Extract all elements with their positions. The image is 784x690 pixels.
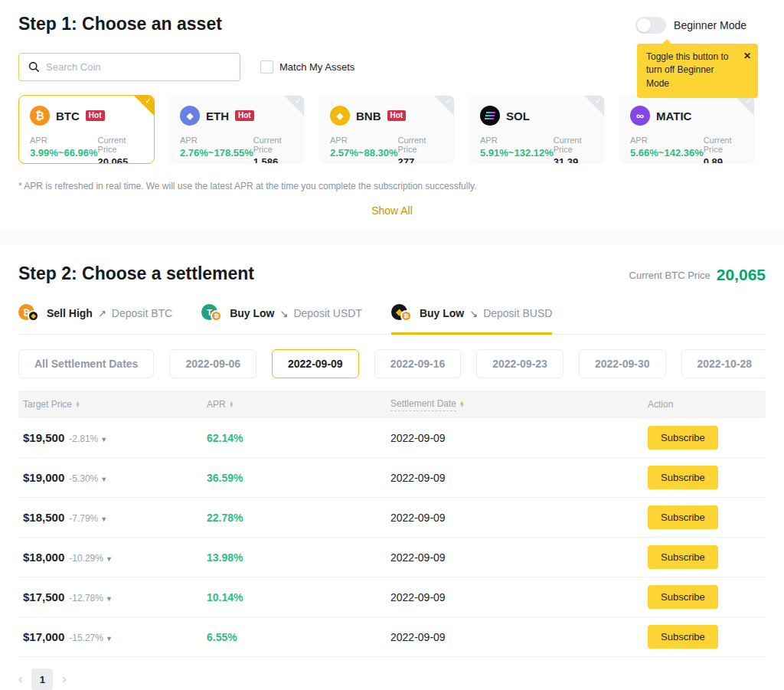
current-btc-price-value: 20,065 bbox=[717, 266, 766, 284]
target-price-cell[interactable]: $17,000-15.27%▼ bbox=[18, 630, 202, 643]
sol-icon bbox=[480, 106, 500, 126]
apr-footnote: * APR is refreshed in real time. We will… bbox=[18, 181, 766, 191]
table-row: $17,000-15.27%▼ 6.55% 2022-09-09 Subscri… bbox=[18, 617, 766, 657]
step1-section: Step 1: Choose an asset Beginner Mode To… bbox=[0, 0, 784, 217]
price-label: Current Price bbox=[98, 136, 143, 154]
sort-icon[interactable]: ▲▼ bbox=[229, 401, 234, 407]
target-price-cell[interactable]: $19,500-2.81%▼ bbox=[18, 431, 202, 444]
match-my-assets-checkbox[interactable] bbox=[260, 60, 273, 74]
tab-buy-low-deposit-busd[interactable]: ◆ ₿ Buy Low ↘ Deposit BUSD bbox=[391, 304, 553, 334]
tab-action-label: Buy Low bbox=[420, 307, 464, 319]
page-1-button[interactable]: 1 bbox=[31, 669, 53, 690]
header-action: Action bbox=[643, 399, 766, 410]
asset-card-matic[interactable]: ✓ ∞ MATIC APR5.66%~142.36% Current Price… bbox=[619, 95, 755, 164]
target-price-cell[interactable]: $18,000-10.29%▼ bbox=[18, 551, 202, 564]
check-icon: ✓ bbox=[145, 96, 152, 105]
caret-down-icon[interactable]: ▼ bbox=[100, 515, 107, 523]
apr-value: 2.57%~88.30% bbox=[330, 147, 398, 159]
settlement-date-cell: 2022-09-09 bbox=[386, 551, 643, 564]
apr-label: APR bbox=[480, 136, 554, 145]
pagination: ‹ 1 › bbox=[18, 669, 766, 690]
tooltip-text: Toggle this button to turn off Beginner … bbox=[646, 51, 750, 90]
date-filter[interactable]: 2022-09-06 bbox=[169, 349, 256, 378]
apr-cell: 13.98% bbox=[202, 551, 386, 564]
hot-badge: Hot bbox=[235, 110, 254, 121]
caret-down-icon[interactable]: ▼ bbox=[106, 635, 113, 643]
step1-title: Step 1: Choose an asset bbox=[18, 14, 222, 34]
beginner-mode-toggle[interactable] bbox=[635, 17, 666, 34]
price-label: Current Price bbox=[554, 136, 593, 154]
tab-action-label: Sell High bbox=[47, 307, 93, 319]
apr-label: APR bbox=[630, 136, 704, 145]
subscribe-button[interactable]: Subscribe bbox=[648, 466, 718, 489]
caret-down-icon[interactable]: ▼ bbox=[106, 595, 113, 603]
asset-cards: ✓ ₿ BTC Hot APR3.99%~66.96% Current Pric… bbox=[18, 95, 766, 164]
match-my-assets-label: Match My Assets bbox=[279, 61, 354, 73]
subscribe-button[interactable]: Subscribe bbox=[648, 625, 718, 649]
subscribe-button[interactable]: Subscribe bbox=[648, 545, 718, 569]
toggle-knob bbox=[637, 18, 651, 32]
sort-icon-active-asc[interactable]: ▲▼ bbox=[459, 401, 465, 407]
apr-cell: 22.78% bbox=[202, 512, 386, 524]
price-value: 1,586 bbox=[253, 156, 293, 164]
date-filter[interactable]: 2022-09-30 bbox=[579, 349, 666, 378]
apr-cell: 62.14% bbox=[202, 432, 386, 444]
header-target-price[interactable]: Target Price ▲▼ bbox=[18, 399, 202, 410]
tooltip-arrow bbox=[662, 39, 672, 44]
prev-page-icon[interactable]: ‹ bbox=[18, 672, 22, 686]
caret-down-icon[interactable]: ▼ bbox=[100, 476, 107, 483]
hot-badge: Hot bbox=[86, 110, 105, 121]
caret-down-icon[interactable]: ▼ bbox=[100, 436, 107, 443]
search-icon bbox=[28, 61, 40, 73]
close-icon[interactable]: ✕ bbox=[743, 50, 751, 63]
header-settlement-date[interactable]: Settlement Date ▲▼ bbox=[386, 398, 643, 411]
date-filter-all[interactable]: All Settlement Dates bbox=[18, 349, 154, 378]
date-filter[interactable]: 2022-10-28 bbox=[681, 349, 766, 378]
settlement-date-cell: 2022-09-09 bbox=[386, 591, 643, 603]
tab-sell-high-deposit-btc[interactable]: ₿ ◆ Sell High ↗ Deposit BTC bbox=[18, 304, 172, 334]
asset-card-sol[interactable]: ✓ SOL APR5.91%~132.12% Current Price31.3… bbox=[469, 95, 605, 164]
hot-badge: Hot bbox=[387, 110, 407, 121]
table-row: $18,500-7.79%▼ 22.78% 2022-09-09 Subscri… bbox=[18, 498, 766, 538]
next-page-icon[interactable]: › bbox=[62, 672, 66, 686]
table-row: $18,000-10.29%▼ 13.98% 2022-09-09 Subscr… bbox=[18, 538, 766, 577]
target-price-cell[interactable]: $18,500-7.79%▼ bbox=[18, 511, 202, 524]
header-apr[interactable]: APR ▲▼ bbox=[202, 399, 386, 410]
search-input[interactable] bbox=[46, 61, 230, 73]
target-price-cell[interactable]: $19,000-5.30%▼ bbox=[18, 471, 202, 484]
asset-card-bnb[interactable]: ✓ ◆ BNB Hot APR2.57%~88.30% Current Pric… bbox=[318, 95, 455, 164]
beginner-mode-label: Beginner Mode bbox=[674, 19, 746, 31]
sort-icon[interactable]: ▲▼ bbox=[75, 401, 80, 407]
asset-card-eth[interactable]: ✓ ◆ ETH Hot APR2.76%~178.55% Current Pri… bbox=[168, 95, 305, 164]
subscribe-button[interactable]: Subscribe bbox=[648, 505, 718, 529]
subscribe-button[interactable]: Subscribe bbox=[648, 426, 718, 450]
date-filter[interactable]: 2022-09-23 bbox=[476, 349, 564, 378]
target-price-cell[interactable]: $17,500-12.78%▼ bbox=[18, 590, 202, 603]
date-filter-selected[interactable]: 2022-09-09 bbox=[272, 349, 359, 378]
tab-deposit-label: Deposit BUSD bbox=[483, 307, 552, 319]
coin-name: ETH bbox=[206, 110, 229, 123]
price-label: Current Price bbox=[253, 136, 293, 154]
arrow-down-right-icon: ↘ bbox=[469, 308, 478, 319]
apr-value: 5.66%~142.36% bbox=[630, 147, 704, 159]
apr-label: APR bbox=[180, 136, 253, 145]
settlement-date-cell: 2022-09-09 bbox=[386, 472, 643, 484]
header-label: Target Price bbox=[23, 399, 72, 410]
table-row: $19,500-2.81%▼ 62.14% 2022-09-09 Subscri… bbox=[18, 418, 766, 458]
caret-down-icon[interactable]: ▼ bbox=[106, 555, 113, 563]
tab-buy-low-deposit-usdt[interactable]: T ₿ Buy Low ↘ Deposit USDT bbox=[201, 304, 362, 334]
step2-section: Step 2: Choose a settlement Current BTC … bbox=[0, 245, 784, 690]
subscribe-button[interactable]: Subscribe bbox=[648, 585, 718, 609]
show-all-button[interactable]: Show All bbox=[18, 204, 766, 217]
match-my-assets[interactable]: Match My Assets bbox=[260, 60, 354, 74]
date-filter[interactable]: 2022-09-16 bbox=[374, 349, 462, 378]
price-value: 277 bbox=[398, 156, 443, 164]
search-coin-box[interactable] bbox=[18, 53, 240, 81]
apr-cell: 36.59% bbox=[202, 472, 386, 484]
asset-card-btc[interactable]: ✓ ₿ BTC Hot APR3.99%~66.96% Current Pric… bbox=[18, 95, 155, 164]
apr-cell: 10.14% bbox=[202, 591, 386, 603]
table-row: $17,500-12.78%▼ 10.14% 2022-09-09 Subscr… bbox=[18, 577, 766, 617]
settlement-table: Target Price ▲▼ APR ▲▼ Settlement Date ▲… bbox=[18, 391, 766, 657]
settlement-date-cell: 2022-09-09 bbox=[386, 631, 643, 643]
price-value: 20,065 bbox=[98, 156, 143, 164]
